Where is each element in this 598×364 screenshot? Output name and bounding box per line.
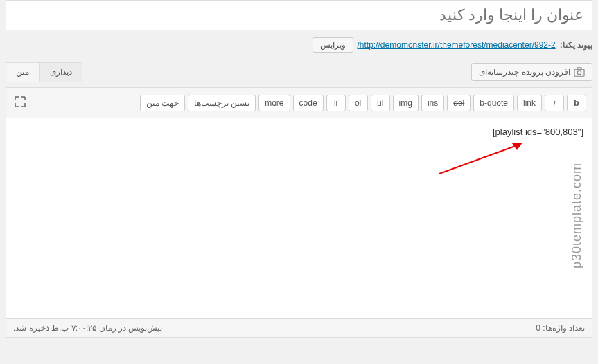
qt-code[interactable]: code [293, 95, 324, 111]
qt-ol[interactable]: ol [349, 95, 368, 111]
add-media-label: افزودن پرونده چندرسانه‌ای [479, 67, 570, 77]
qt-del[interactable]: del [447, 95, 471, 111]
svg-rect-2 [577, 68, 581, 70]
title-input[interactable] [15, 6, 583, 24]
editor-content: [playlist ids="800,803"] [15, 127, 583, 137]
permalink-url[interactable]: http://demomonster.ir/themeforest/mediac… [358, 40, 556, 50]
quicktags-buttons: جهت متن بستن برچسب‌ها more code li ol ul… [140, 95, 586, 111]
editor-status-bar: تعداد واژه‌ها: 0 پیش‌نویس در زمان ۷:۰۰:۲… [6, 319, 592, 338]
qt-text-dir[interactable]: جهت متن [140, 95, 185, 111]
qt-more[interactable]: more [258, 95, 290, 111]
qt-img[interactable]: img [393, 95, 419, 111]
qt-bold[interactable]: b [567, 95, 586, 111]
svg-line-3 [439, 145, 519, 174]
qt-ul[interactable]: ul [371, 95, 390, 111]
title-wrapper [6, 0, 592, 30]
editor-toolbar: جهت متن بستن برچسب‌ها more code li ol ul… [6, 87, 592, 118]
tab-visual[interactable]: دیداری [39, 62, 82, 82]
watermark-text: p30template.com [570, 163, 584, 269]
qt-ins[interactable]: ins [421, 95, 444, 111]
qt-italic[interactable]: i [545, 95, 564, 111]
editor-textarea[interactable]: [playlist ids="800,803"] p30template.com [6, 118, 592, 319]
word-count: تعداد واژه‌ها: 0 [536, 323, 585, 333]
edit-permalink-button[interactable]: ویرایش [313, 37, 353, 53]
add-media-button[interactable]: افزودن پرونده چندرسانه‌ای [471, 63, 592, 81]
camera-icon [574, 67, 585, 77]
permalink-label: پیوند یکتا: [560, 40, 592, 50]
fullscreen-icon [15, 96, 26, 107]
annotation-arrow-icon [432, 139, 529, 181]
qt-bquote[interactable]: b-quote [473, 95, 514, 111]
draft-saved: پیش‌نویس در زمان ۷:۰۰:۲۵ ب.ظ ذخیره شد. [13, 323, 162, 333]
qt-li[interactable]: li [326, 95, 346, 111]
tab-text[interactable]: متن [6, 62, 39, 82]
qt-link[interactable]: link [517, 95, 542, 111]
svg-marker-4 [512, 143, 522, 150]
svg-rect-0 [574, 69, 584, 76]
media-tabs-row: افزودن پرونده چندرسانه‌ای دیداری متن [6, 62, 592, 82]
permalink-row: پیوند یکتا: http://demomonster.ir/themef… [6, 37, 592, 53]
fullscreen-button[interactable] [12, 93, 28, 112]
svg-point-1 [577, 71, 581, 74]
editor-tabs: دیداری متن [6, 62, 82, 82]
qt-close-tags[interactable]: بستن برچسب‌ها [188, 95, 256, 111]
